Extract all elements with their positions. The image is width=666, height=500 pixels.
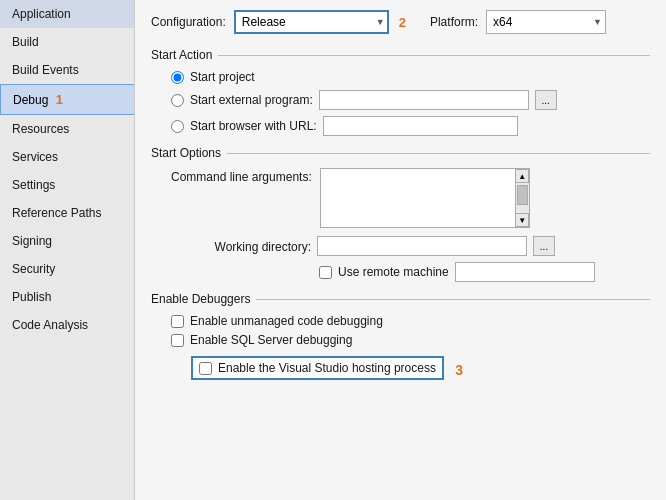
sidebar-item-reference-paths[interactable]: Reference Paths	[0, 199, 134, 227]
sidebar-item-services[interactable]: Services	[0, 143, 134, 171]
debug-badge: 1	[56, 92, 63, 107]
sidebar: Application Build Build Events Debug 1 R…	[0, 0, 135, 500]
unmanaged-debug-row: Enable unmanaged code debugging	[171, 314, 650, 328]
scrollbar-track	[516, 183, 529, 213]
sql-debug-row: Enable SQL Server debugging	[171, 333, 650, 347]
working-dir-label: Working directory:	[171, 238, 311, 254]
cmdline-row: Command line arguments: ▲ ▼	[171, 168, 650, 228]
sidebar-item-resources[interactable]: Resources	[0, 115, 134, 143]
main-panel: Configuration: Active (Debug) Debug Rele…	[135, 0, 666, 500]
sidebar-item-code-analysis[interactable]: Code Analysis	[0, 311, 134, 339]
vs-hosting-wrapper: Enable the Visual Studio hosting process…	[171, 352, 650, 380]
cmdline-textarea-wrapper: ▲ ▼	[320, 168, 530, 228]
scroll-up-arrow[interactable]: ▲	[515, 169, 529, 183]
start-options-section: Command line arguments: ▲ ▼ Working dire…	[151, 168, 650, 282]
sidebar-item-build-events[interactable]: Build Events	[0, 56, 134, 84]
sidebar-item-settings[interactable]: Settings	[0, 171, 134, 199]
start-project-label: Start project	[190, 70, 255, 84]
working-dir-row: Working directory: ...	[171, 236, 650, 256]
vs-hosting-checkbox[interactable]	[199, 362, 212, 375]
start-external-browse-btn[interactable]: ...	[535, 90, 557, 110]
sidebar-item-publish[interactable]: Publish	[0, 283, 134, 311]
sidebar-item-security[interactable]: Security	[0, 255, 134, 283]
sql-debug-checkbox[interactable]	[171, 334, 184, 347]
start-action-header: Start Action	[151, 48, 650, 62]
vs-hosting-label: Enable the Visual Studio hosting process	[218, 361, 436, 375]
start-external-radio[interactable]	[171, 94, 184, 107]
sidebar-item-signing[interactable]: Signing	[0, 227, 134, 255]
use-remote-row: Use remote machine	[319, 262, 650, 282]
start-browser-input[interactable]	[323, 116, 518, 136]
working-dir-input[interactable]	[317, 236, 527, 256]
start-external-label: Start external program:	[190, 93, 313, 107]
scroll-down-arrow[interactable]: ▼	[515, 213, 529, 227]
scrollbar-thumb	[517, 185, 528, 205]
use-remote-label: Use remote machine	[338, 265, 449, 279]
start-browser-label: Start browser with URL:	[190, 119, 317, 133]
sidebar-item-application[interactable]: Application	[0, 0, 134, 28]
config-row: Configuration: Active (Debug) Debug Rele…	[151, 10, 650, 34]
use-remote-checkbox[interactable]	[319, 266, 332, 279]
configuration-select-wrapper: Active (Debug) Debug Release All Configu…	[234, 10, 389, 34]
enable-debuggers-header: Enable Debuggers	[151, 292, 650, 306]
vs-hosting-row: Enable the Visual Studio hosting process	[191, 356, 444, 380]
cmdline-label: Command line arguments:	[171, 168, 312, 184]
platform-label: Platform:	[430, 15, 478, 29]
debuggers-section: Enable unmanaged code debugging Enable S…	[151, 314, 650, 380]
sql-debug-label: Enable SQL Server debugging	[190, 333, 352, 347]
start-external-input[interactable]	[319, 90, 529, 110]
sidebar-item-build[interactable]: Build	[0, 28, 134, 56]
remote-machine-input[interactable]	[455, 262, 595, 282]
configuration-badge: 2	[399, 15, 406, 30]
vs-hosting-badge: 3	[455, 362, 463, 378]
start-project-row: Start project	[171, 70, 650, 84]
start-external-row: Start external program: ...	[171, 90, 650, 110]
unmanaged-debug-checkbox[interactable]	[171, 315, 184, 328]
start-project-radio[interactable]	[171, 71, 184, 84]
unmanaged-debug-label: Enable unmanaged code debugging	[190, 314, 383, 328]
working-dir-browse-btn[interactable]: ...	[533, 236, 555, 256]
start-browser-row: Start browser with URL:	[171, 116, 650, 136]
cmdline-scrollbar: ▲ ▼	[515, 169, 529, 227]
start-options-header: Start Options	[151, 146, 650, 160]
platform-select[interactable]: Any CPU x86 x64	[486, 10, 606, 34]
start-browser-radio[interactable]	[171, 120, 184, 133]
cmdline-textarea[interactable]	[321, 169, 517, 227]
platform-select-wrapper: Any CPU x86 x64	[486, 10, 606, 34]
configuration-label: Configuration:	[151, 15, 226, 29]
sidebar-item-debug[interactable]: Debug 1	[0, 84, 134, 115]
start-action-group: Start project Start external program: ..…	[171, 70, 650, 136]
configuration-select[interactable]: Active (Debug) Debug Release All Configu…	[234, 10, 389, 34]
